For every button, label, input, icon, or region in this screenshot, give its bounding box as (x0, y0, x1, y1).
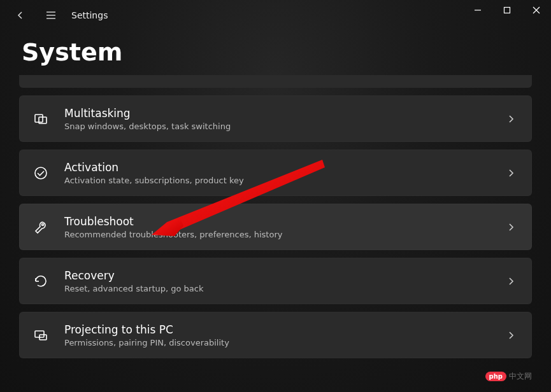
watermark: php 中文网 (485, 371, 532, 382)
list-item-title: Troubleshoot (64, 214, 488, 228)
list-item-title: Projecting to this PC (64, 323, 488, 337)
page-title: System (0, 31, 551, 75)
chevron-right-icon (503, 165, 519, 181)
list-item-recovery[interactable]: Recovery Reset, advanced startup, go bac… (19, 258, 532, 304)
list-item-text: Recovery Reset, advanced startup, go bac… (64, 269, 488, 293)
multitasking-icon (32, 111, 49, 127)
list-item-activation[interactable]: Activation Activation state, subscriptio… (19, 150, 532, 196)
troubleshoot-icon (32, 219, 49, 235)
svg-point-10 (42, 223, 44, 225)
chevron-right-icon (503, 328, 519, 343)
svg-point-9 (35, 167, 47, 179)
list-item-troubleshoot[interactable]: Troubleshoot Recommended troubleshooters… (19, 204, 532, 250)
maximize-button[interactable] (492, 0, 522, 20)
list-item-partial[interactable] (19, 75, 532, 88)
chevron-right-icon (503, 274, 519, 289)
watermark-brand: php (485, 372, 506, 381)
close-button[interactable] (522, 0, 551, 20)
app-title: Settings (69, 10, 108, 20)
list-item-title: Recovery (64, 269, 488, 283)
nav-menu-button[interactable] (38, 3, 64, 28)
window-controls (463, 0, 551, 20)
chevron-right-icon (503, 220, 519, 235)
list-item-subtitle: Snap windows, desktops, task switching (64, 122, 488, 131)
list-item-subtitle: Permissions, pairing PIN, discoverabilit… (64, 338, 488, 347)
recovery-icon (32, 273, 49, 290)
svg-rect-4 (504, 8, 510, 13)
minimize-button[interactable] (463, 0, 492, 20)
list-item-subtitle: Activation state, subscriptions, product… (64, 176, 488, 185)
list-item-text: Troubleshoot Recommended troubleshooters… (64, 214, 488, 239)
list-item-subtitle: Reset, advanced startup, go back (64, 284, 488, 293)
list-item-title: Activation (64, 160, 488, 174)
settings-list: Multitasking Snap windows, desktops, tas… (0, 75, 551, 392)
list-item-multitasking[interactable]: Multitasking Snap windows, desktops, tas… (19, 95, 532, 142)
watermark-text: 中文网 (509, 371, 532, 382)
list-item-title: Multitasking (64, 106, 488, 120)
list-item-text: Activation Activation state, subscriptio… (64, 160, 488, 185)
list-item-projecting[interactable]: Projecting to this PC Permissions, pairi… (19, 312, 532, 358)
list-item-subtitle: Recommended troubleshooters, preferences… (64, 230, 488, 239)
list-item-text: Multitasking Snap windows, desktops, tas… (64, 106, 488, 131)
back-button[interactable] (8, 3, 33, 28)
chevron-right-icon (503, 111, 519, 127)
activation-icon (32, 165, 49, 181)
list-item-text: Projecting to this PC Permissions, pairi… (64, 323, 488, 347)
projecting-icon (32, 327, 49, 344)
